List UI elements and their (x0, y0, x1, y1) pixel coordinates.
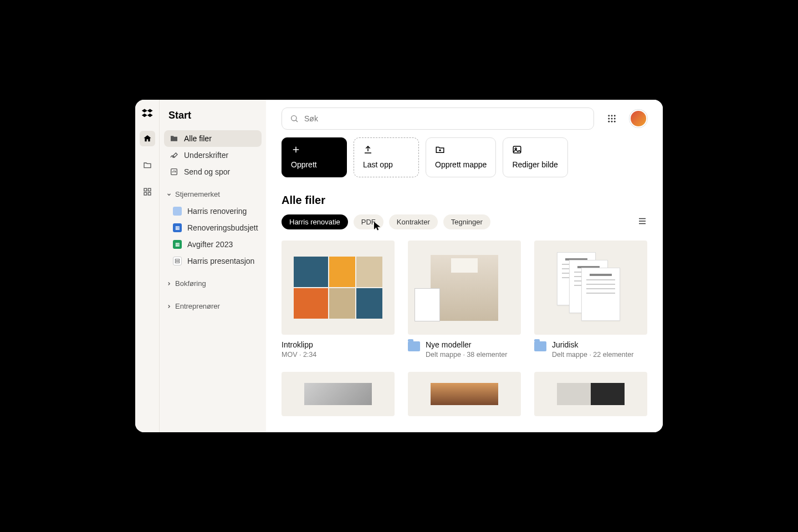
svg-rect-3 (148, 192, 151, 195)
sidebar-item-label: Send og spor (184, 167, 230, 176)
sidebar-item-signatures[interactable]: Underskrifter (164, 147, 262, 163)
action-label: Opprett mappe (435, 160, 487, 169)
rail-folder-icon[interactable] (140, 157, 155, 173)
svg-point-8 (608, 115, 610, 116)
file-grid: Introklipp MOV · 2:34 Nye modeller Delt … (282, 241, 647, 427)
thumbnail (534, 372, 647, 416)
sidebar-item-label: Alle filer (184, 134, 212, 143)
sidebar-item-all-files[interactable]: Alle filer (164, 130, 262, 147)
svg-point-10 (614, 115, 616, 116)
sidebar-item-label: Underskrifter (184, 151, 228, 160)
svg-rect-17 (514, 146, 521, 153)
filter-chip-row: Harris renovatie PDF Kontrakter Tegninge… (282, 214, 647, 229)
tile-subtitle: MOV · 2:34 (282, 351, 316, 359)
spreadsheet-icon: ▦ (173, 240, 182, 249)
action-upload[interactable]: Last opp (354, 137, 419, 177)
starred-label: Avgifter 2023 (187, 240, 233, 249)
app-window: Start Alle filer Underskrifter Send og s… (135, 100, 663, 432)
sidebar-section-starred[interactable]: Stjernemerket (164, 186, 262, 203)
thumbnail (408, 241, 521, 335)
starred-label: Harris presentasjon (187, 257, 254, 265)
folder-icon (173, 207, 182, 216)
svg-point-7 (291, 116, 296, 121)
plus-icon (291, 145, 301, 155)
sidebar-item-send-track[interactable]: Send og spor (164, 163, 262, 180)
avatar[interactable] (630, 110, 647, 127)
tile-title: Juridisk (552, 340, 633, 349)
svg-point-14 (608, 121, 610, 122)
spreadsheet-icon: ▦ (173, 223, 182, 232)
action-edit-image[interactable]: Rediger bilde (503, 137, 568, 177)
signature-icon (170, 151, 178, 160)
thumbnail (282, 241, 395, 335)
file-tile[interactable] (534, 372, 647, 416)
search-icon (290, 114, 299, 123)
svg-point-9 (611, 115, 613, 116)
chevron-right-icon (166, 281, 172, 287)
presentation-icon (173, 257, 182, 265)
image-icon (512, 145, 522, 155)
tile-title: Nye modeller (426, 340, 507, 349)
starred-item-renoveringsbudsjett[interactable]: ▦ Renoveringsbudsjett (164, 219, 262, 236)
starred-item-avgifter[interactable]: ▦ Avgifter 2023 (164, 236, 262, 253)
upload-icon (363, 145, 373, 155)
file-tile[interactable] (282, 372, 395, 416)
thumbnail (534, 241, 647, 335)
tracking-icon (170, 167, 178, 176)
starred-list: Harris renovering ▦ Renoveringsbudsjett … (164, 203, 262, 269)
svg-rect-0 (144, 188, 147, 191)
page-title: Alle filer (282, 194, 647, 207)
starred-label: Harris renovering (187, 207, 247, 216)
tile-subtitle: Delt mappe · 38 elementer (426, 351, 507, 359)
file-tile[interactable]: Introklipp MOV · 2:34 (282, 241, 395, 359)
rail-grid-icon[interactable] (140, 184, 155, 200)
dropbox-logo-icon (141, 108, 154, 120)
main-content: Opprett Last opp Opprett mappe Rediger b… (266, 100, 663, 432)
sidebar: Start Alle filer Underskrifter Send og s… (160, 100, 266, 432)
action-create[interactable]: Opprett (282, 137, 347, 177)
chip-pdf[interactable]: PDF (354, 214, 383, 229)
svg-point-13 (614, 118, 616, 120)
section-label: Stjernemerket (175, 190, 220, 198)
svg-rect-1 (148, 188, 151, 191)
shared-folder-icon (408, 341, 420, 351)
chevron-down-icon (166, 192, 172, 197)
action-create-folder[interactable]: Opprett mappe (426, 137, 496, 177)
svg-point-11 (608, 118, 610, 120)
chevron-right-icon (166, 304, 172, 309)
svg-point-12 (611, 118, 613, 120)
thumbnail (282, 372, 395, 416)
thumbnail (408, 372, 521, 416)
chip-tegninger[interactable]: Tegninger (443, 214, 490, 229)
new-folder-icon (435, 145, 445, 155)
starred-item-harris-presentasjon[interactable]: Harris presentasjon (164, 253, 262, 269)
sidebar-section-entreprenorer[interactable]: Entreprenører (164, 298, 262, 315)
svg-rect-6 (175, 262, 180, 263)
section-label: Entreprenører (175, 302, 220, 310)
shared-folder-icon (534, 341, 546, 351)
file-tile[interactable]: Nye modeller Delt mappe · 38 elementer (408, 241, 521, 359)
action-label: Rediger bilde (512, 160, 559, 169)
section-label: Bokføring (175, 279, 206, 288)
list-view-toggle[interactable] (637, 216, 647, 228)
action-row: Opprett Last opp Opprett mappe Rediger b… (282, 137, 647, 177)
search-input[interactable] (282, 108, 594, 130)
sidebar-section-bokforing[interactable]: Bokføring (164, 275, 262, 292)
rail-home-icon[interactable] (140, 131, 155, 146)
folder-icon (170, 134, 178, 143)
action-label: Opprett (291, 160, 337, 169)
icon-rail (135, 100, 160, 432)
search-field[interactable] (304, 114, 586, 123)
action-label: Last opp (363, 160, 410, 169)
apps-grid-icon[interactable] (603, 110, 621, 127)
starred-item-harris-renovering[interactable]: Harris renovering (164, 203, 262, 219)
topbar (282, 108, 647, 130)
tile-subtitle: Delt mappe · 22 elementer (552, 351, 633, 359)
starred-label: Renoveringsbudsjett (187, 223, 258, 232)
file-tile[interactable] (408, 372, 521, 416)
chip-kontrakter[interactable]: Kontrakter (389, 214, 438, 229)
file-tile[interactable]: Juridisk Delt mappe · 22 elementer (534, 241, 647, 359)
svg-point-15 (611, 121, 613, 122)
svg-rect-2 (144, 192, 147, 195)
chip-harris[interactable]: Harris renovatie (282, 214, 348, 229)
